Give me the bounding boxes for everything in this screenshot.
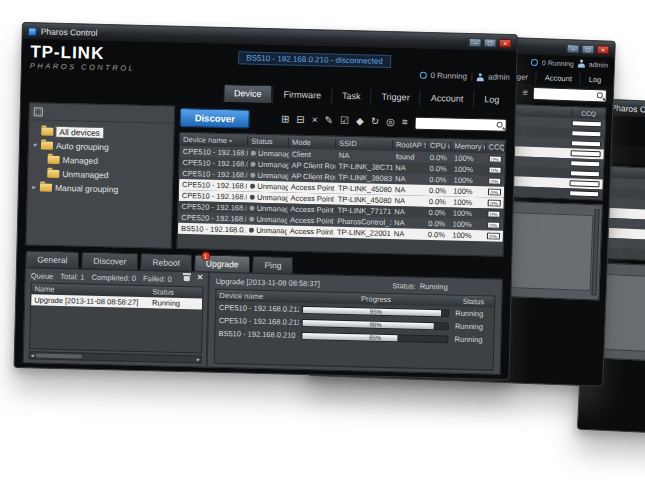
- manage-icon[interactable]: ⊞: [281, 114, 290, 124]
- pharos-control-window[interactable]: Pharos Control – □ × TP-LINK PHAROS CONT…: [14, 22, 518, 380]
- search-input[interactable]: [537, 88, 595, 99]
- device-panel: Discover ⊞ ⊟ × ✎ ☑ ◆ ↻ ◎ ≡: [177, 106, 507, 257]
- upgrade-icon[interactable]: ◆: [356, 116, 364, 126]
- device-name-cell: BS510 - 192.168.0.210: [215, 329, 299, 340]
- maximize-button[interactable]: □: [484, 38, 497, 47]
- queue-table: Name Status Upgrade [2013-11-08 08:58:27…: [29, 282, 204, 353]
- mode-cell: Access Point: [287, 216, 334, 226]
- expand-tree-icon[interactable]: [34, 107, 43, 116]
- status-text: Unmanaged: [258, 149, 289, 159]
- columns-icon[interactable]: ≡: [402, 117, 408, 127]
- delete-icon[interactable]: ×: [312, 115, 318, 125]
- status-text: Unmanaged: [256, 226, 287, 236]
- dock-tab-upgrade[interactable]: 1 Upgrade: [194, 254, 251, 272]
- col-status[interactable]: Status: [248, 137, 289, 147]
- twisty-icon: ▾: [32, 141, 38, 149]
- minimize-button[interactable]: –: [566, 44, 579, 53]
- discover-button[interactable]: Discover: [179, 107, 250, 128]
- status-dot-icon: [251, 173, 256, 178]
- ccq-bar: [572, 120, 602, 127]
- clear-queue-icon[interactable]: ×: [197, 273, 203, 281]
- progress-bar: 90%: [302, 318, 449, 330]
- tab-firmware[interactable]: Firmware: [272, 86, 331, 104]
- status-cell: Running: [452, 322, 494, 332]
- folder-icon: [47, 170, 59, 178]
- twisty-icon: ▸: [31, 183, 37, 191]
- col-ccq[interactable]: CCQ: [485, 142, 505, 151]
- divider: |: [471, 72, 473, 81]
- device-name-cell: CPE510 - 192.168.0.253: [180, 158, 248, 169]
- user-icon: [477, 73, 484, 81]
- col-memory[interactable]: Memory usage: [451, 142, 485, 152]
- user-label[interactable]: admin: [488, 72, 510, 82]
- col-cpu[interactable]: CPU use: [427, 141, 452, 151]
- task-queue-panel: × Queue Total: 1 Completed: 0 Failed: 0 …: [24, 268, 210, 366]
- scrollbar-thumb[interactable]: [36, 353, 82, 358]
- queue-completed: Completed: 0: [91, 273, 136, 283]
- col-mode[interactable]: Mode: [289, 138, 336, 148]
- status-cell: Unmanaged: [247, 204, 288, 214]
- col-device-name[interactable]: Device name▾: [180, 135, 248, 146]
- running-tasks-label[interactable]: 0 Running: [430, 71, 467, 81]
- tab-log[interactable]: Log: [473, 91, 509, 109]
- search-box[interactable]: [414, 116, 506, 131]
- col-rootap-ssid[interactable]: RootAP SSID: [393, 140, 427, 150]
- tree-label: Unmanaged: [62, 169, 109, 180]
- tree-item-manual-grouping[interactable]: ▸ Manual grouping: [31, 180, 169, 197]
- ccq-bar: 0%: [487, 199, 501, 206]
- search-icon: [597, 92, 603, 98]
- device-name-cell: CPE510 - 192.168.0.212: [179, 180, 247, 191]
- filter-icon[interactable]: ▾: [229, 137, 232, 144]
- horizontal-scrollbar[interactable]: ◂ ▸: [29, 351, 202, 363]
- scroll-left-icon[interactable]: ◂: [31, 352, 34, 358]
- ping-icon[interactable]: ◎: [386, 117, 395, 127]
- tab-account[interactable]: Account: [536, 71, 581, 86]
- columns-icon[interactable]: ≡: [522, 87, 528, 97]
- progress-label: 90%: [303, 319, 448, 329]
- user-icon: [578, 59, 585, 67]
- tab-task[interactable]: Task: [331, 88, 371, 106]
- col-ssid[interactable]: SSID: [336, 139, 393, 149]
- col-status[interactable]: Status: [452, 297, 494, 307]
- unmanage-icon[interactable]: ⊟: [296, 115, 305, 125]
- close-button[interactable]: ×: [596, 45, 609, 54]
- tab-trigger[interactable]: Trigger: [370, 89, 420, 107]
- edit-icon[interactable]: ✎: [325, 115, 334, 125]
- search-box[interactable]: [533, 86, 607, 102]
- memory-cell: 100%: [451, 176, 485, 186]
- reboot-icon[interactable]: ↻: [371, 117, 380, 127]
- dock-tab-reboot[interactable]: Reboot: [140, 253, 192, 271]
- dock-tab-general[interactable]: General: [25, 250, 80, 268]
- ccq-cell: 0%: [485, 177, 505, 184]
- tab-device[interactable]: Device: [223, 84, 273, 103]
- memory-cell: 100%: [450, 209, 484, 219]
- search-input[interactable]: [419, 118, 495, 129]
- running-tasks-icon: [531, 58, 538, 65]
- dock-tab-ping[interactable]: Ping: [252, 256, 293, 274]
- col-status[interactable]: Status: [149, 287, 202, 297]
- ccq-bar: 0%: [487, 210, 501, 217]
- queue-total: Total: 1: [60, 272, 84, 282]
- cpu-cell: 0.0%: [425, 230, 450, 240]
- window-title: Pharos Control: [41, 26, 98, 37]
- device-name-cell: CPE510 - 192.168.0.212: [216, 303, 300, 314]
- folder-icon: [41, 128, 53, 136]
- delete-task-icon[interactable]: [183, 273, 191, 281]
- rootap-cell: NA: [392, 196, 426, 206]
- device-name-cell: CPE510 - 192.168.0.254: [180, 147, 248, 158]
- mode-cell: Client: [289, 150, 336, 160]
- dock-tab-discover[interactable]: Discover: [81, 252, 138, 270]
- user-status-bar: 0 Running | admin: [419, 71, 510, 82]
- maximize-button[interactable]: □: [581, 44, 594, 53]
- device-name-cell: CPE510 - 192.168.0.211: [216, 316, 300, 327]
- status-cell: Unmanaged: [248, 160, 289, 170]
- tab-account[interactable]: Account: [419, 90, 473, 108]
- select-icon[interactable]: ☑: [340, 116, 349, 126]
- status-dot-icon: [251, 162, 256, 167]
- scroll-right-icon[interactable]: ▸: [197, 356, 200, 362]
- minimize-button[interactable]: –: [469, 37, 482, 46]
- cpu-cell: 0.0%: [427, 153, 452, 163]
- tab-log[interactable]: Log: [580, 73, 610, 87]
- rootap-cell: NA: [391, 207, 425, 217]
- close-button[interactable]: ×: [499, 38, 512, 47]
